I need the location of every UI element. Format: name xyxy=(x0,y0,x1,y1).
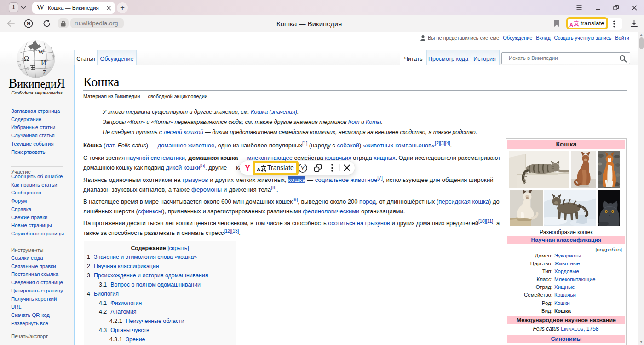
svg-text:Я: Я xyxy=(27,21,30,26)
svg-text:A: A xyxy=(257,167,260,172)
svg-text:Ω: Ω xyxy=(24,55,29,62)
svg-text:Y: Y xyxy=(301,165,305,172)
svg-text:7: 7 xyxy=(43,69,46,76)
svg-text:И: И xyxy=(41,59,46,67)
svg-text:A: A xyxy=(569,22,573,28)
svg-text:W: W xyxy=(38,49,45,56)
